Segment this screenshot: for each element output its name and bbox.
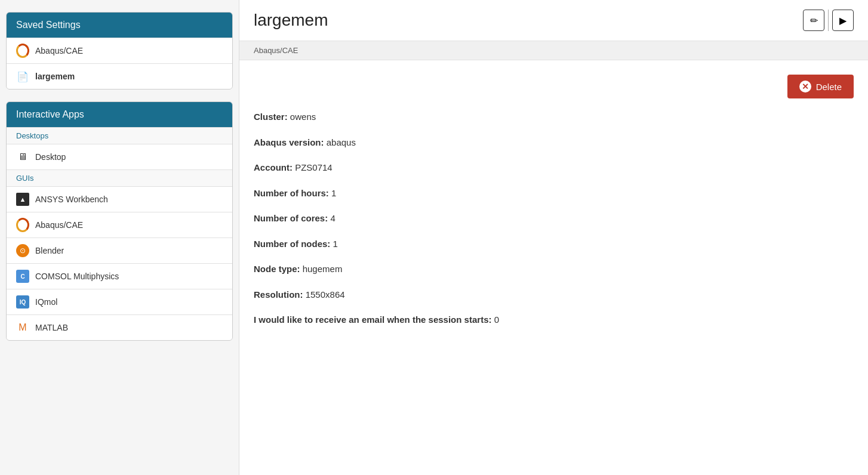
breadcrumb: Abaqus/CAE xyxy=(239,41,868,60)
delete-label: Delete xyxy=(816,82,842,92)
sidebar-item-abaqus-cae[interactable]: Abaqus/CAE xyxy=(7,38,232,63)
sidebar-item-label: Blender xyxy=(35,246,64,255)
num-nodes-value-text: 1 xyxy=(333,239,338,249)
category-desktops: Desktops xyxy=(7,127,232,144)
email-value-text: 0 xyxy=(494,314,499,325)
ansys-icon: ▲ xyxy=(16,193,29,206)
abaqus-icon xyxy=(16,218,29,232)
sidebar-item-matlab[interactable]: M MATLAB xyxy=(7,314,232,340)
detail-num-cores: Number of cores: 4 xyxy=(254,212,854,226)
saved-settings-header: Saved Settings xyxy=(7,13,232,38)
num-hours-label: Number of hours: xyxy=(254,188,329,198)
category-guis: GUIs xyxy=(7,169,232,186)
account-label: Account: xyxy=(254,162,293,172)
resolution-label: Resolution: xyxy=(254,289,303,300)
sidebar-item-iqmol[interactable]: IQ IQmol xyxy=(7,289,232,314)
sidebar-item-label: MATLAB xyxy=(35,323,68,332)
header-divider xyxy=(828,10,829,31)
edit-button[interactable]: ✏ xyxy=(803,10,824,31)
detail-cluster: Cluster: owens xyxy=(254,110,854,124)
monitor-icon: 🖥 xyxy=(16,150,29,164)
sidebar-item-abaqus-cae-app[interactable]: Abaqus/CAE xyxy=(7,212,232,237)
sidebar-item-label: COMSOL Multiphysics xyxy=(35,272,119,281)
detail-num-nodes: Number of nodes: 1 xyxy=(254,237,854,251)
delete-button[interactable]: ✕ Delete xyxy=(787,75,854,98)
sidebar-item-label: ANSYS Workbench xyxy=(35,195,108,204)
main-header: largemem ✏ ▶ xyxy=(239,0,868,41)
iqmol-icon: IQ xyxy=(16,295,29,309)
x-circle-icon: ✕ xyxy=(799,81,811,92)
detail-num-hours: Number of hours: 1 xyxy=(254,187,854,201)
category-label: GUIs xyxy=(16,174,34,183)
account-value-text: PZS0714 xyxy=(295,162,333,172)
resolution-value-text: 1550x864 xyxy=(306,289,345,300)
sidebar-item-label: largemem xyxy=(35,72,75,81)
interactive-apps-title: Interactive Apps xyxy=(16,109,84,119)
node-type-value-text: hugemem xyxy=(303,264,343,274)
num-hours-value-text: 1 xyxy=(331,188,336,198)
sidebar-item-largemem[interactable]: 📄 largemem xyxy=(7,63,232,89)
node-type-label: Node type: xyxy=(254,264,300,274)
sidebar-item-label: Abaqus/CAE xyxy=(35,220,83,230)
num-cores-label: Number of cores: xyxy=(254,213,328,223)
sidebar-item-desktop[interactable]: 🖥 Desktop xyxy=(7,144,232,169)
detail-resolution: Resolution: 1550x864 xyxy=(254,288,854,302)
detail-email: I would like to receive an email when th… xyxy=(254,313,854,327)
abaqus-cae-icon xyxy=(16,44,29,57)
cluster-label: Cluster: xyxy=(254,112,288,122)
interactive-apps-section: Interactive Apps Desktops 🖥 Desktop GUIs… xyxy=(6,101,233,341)
detail-abaqus-version: Abaqus version: abaqus xyxy=(254,136,854,150)
abaqus-version-label: Abaqus version: xyxy=(254,137,324,147)
detail-area: ✕ Delete Cluster: owens Abaqus version: … xyxy=(239,60,868,353)
play-icon: ▶ xyxy=(839,15,847,26)
sidebar-item-blender[interactable]: ⊙ Blender xyxy=(7,237,232,263)
abaqus-version-value-text: abaqus xyxy=(327,137,356,147)
edit-icon: ✏ xyxy=(810,15,818,26)
email-label: I would like to receive an email when th… xyxy=(254,314,491,325)
cluster-value-text: owens xyxy=(290,112,316,122)
num-nodes-label: Number of nodes: xyxy=(254,239,330,249)
matlab-icon: M xyxy=(16,321,29,334)
header-actions: ✏ ▶ xyxy=(803,10,854,31)
sidebar-item-label: IQmol xyxy=(35,297,57,307)
doc-icon: 📄 xyxy=(16,70,29,83)
detail-node-type: Node type: hugemem xyxy=(254,263,854,276)
sidebar-item-comsol[interactable]: C COMSOL Multiphysics xyxy=(7,263,232,289)
sidebar-item-label: Desktop xyxy=(35,152,66,162)
sidebar-item-label: Abaqus/CAE xyxy=(35,46,83,55)
delete-button-container: ✕ Delete xyxy=(254,75,854,98)
detail-account: Account: PZS0714 xyxy=(254,161,854,175)
saved-settings-title: Saved Settings xyxy=(16,20,81,30)
run-button[interactable]: ▶ xyxy=(832,10,854,31)
comsol-icon: C xyxy=(16,270,29,283)
blender-icon: ⊙ xyxy=(16,244,29,257)
sidebar-item-ansys-workbench[interactable]: ▲ ANSYS Workbench xyxy=(7,186,232,212)
page-title: largemem xyxy=(254,11,328,30)
breadcrumb-text: Abaqus/CAE xyxy=(254,46,298,55)
category-label: Desktops xyxy=(16,131,48,140)
sidebar: Saved Settings Abaqus/CAE 📄 largemem Int… xyxy=(0,0,239,475)
main-content: largemem ✏ ▶ Abaqus/CAE ✕ Delete Cluster… xyxy=(239,0,868,475)
num-cores-value-text: 4 xyxy=(330,213,335,223)
interactive-apps-header: Interactive Apps xyxy=(7,102,232,127)
saved-settings-section: Saved Settings Abaqus/CAE 📄 largemem xyxy=(6,12,233,90)
